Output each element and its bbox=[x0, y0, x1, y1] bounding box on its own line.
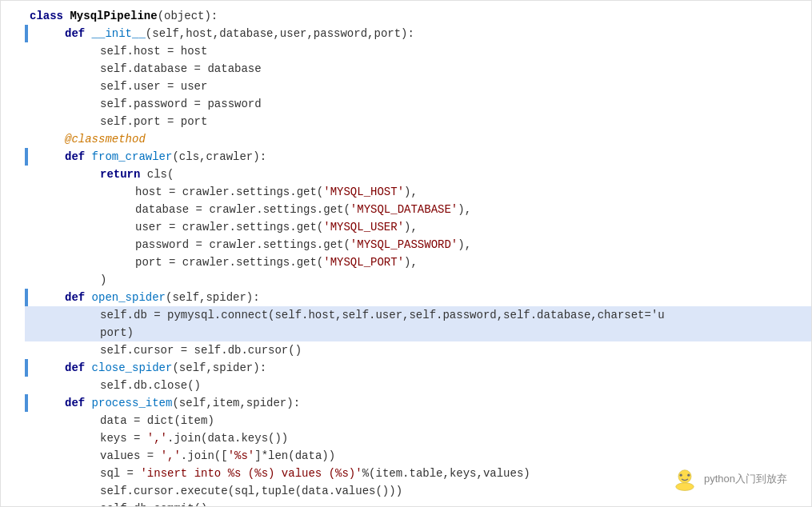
code-token: (self,host,database,user,password,port): bbox=[146, 27, 414, 40]
code-text: def __init__(self,host,database,user,pas… bbox=[25, 25, 414, 42]
code-token: self.password = password bbox=[100, 98, 262, 110]
code-token: self.port = port bbox=[100, 115, 207, 128]
code-text: self.db = pymysql.connect(self.host,self… bbox=[25, 306, 665, 324]
code-token: self.user = user bbox=[100, 80, 207, 93]
code-text: def close_spider(self,spider): bbox=[25, 359, 266, 377]
code-text: data = dict(item) bbox=[25, 412, 214, 429]
code-token: 'MYSQL_DATABASE' bbox=[350, 203, 458, 216]
code-token: process_item bbox=[92, 397, 173, 409]
code-token: ) bbox=[100, 273, 106, 286]
code-token: @classmethod bbox=[65, 133, 146, 146]
code-line: def from_crawler(cls,crawler): bbox=[25, 148, 811, 166]
code-token: 'insert into %s (%s) values (%s)' bbox=[140, 467, 362, 480]
code-token: user = crawler.settings.get( bbox=[135, 221, 323, 234]
code-text: def open_spider(self,spider): bbox=[25, 289, 260, 306]
code-line: self.cursor = self.db.cursor() bbox=[25, 341, 811, 359]
code-text: port = crawler.settings.get('MYSQL_PORT'… bbox=[25, 254, 418, 271]
code-text: database = crawler.settings.get('MYSQL_D… bbox=[25, 201, 471, 218]
code-line: @classmethod bbox=[25, 130, 811, 148]
svg-point-2 bbox=[680, 474, 682, 477]
line-bar bbox=[25, 359, 28, 377]
code-token: self.db.commit() bbox=[100, 502, 207, 507]
code-token: __init__ bbox=[92, 27, 146, 40]
code-line: self.password = password bbox=[25, 95, 811, 113]
code-token: %(item.table,keys,values) bbox=[362, 467, 530, 480]
code-token: database = crawler.settings.get( bbox=[135, 203, 350, 216]
code-line: data = dict(item) bbox=[25, 412, 811, 429]
code-line: port = crawler.settings.get('MYSQL_PORT'… bbox=[25, 254, 811, 271]
code-token: sql = bbox=[100, 467, 140, 480]
code-line: port) bbox=[25, 324, 811, 341]
code-token: MysqlPipeline bbox=[70, 10, 157, 22]
code-line: database = crawler.settings.get('MYSQL_D… bbox=[25, 201, 811, 218]
code-token: def bbox=[65, 361, 92, 374]
code-token: 'MYSQL_PORT' bbox=[323, 256, 404, 269]
code-token: 'MYSQL_PASSWORD' bbox=[350, 238, 458, 251]
code-text: sql = 'insert into %s (%s) values (%s)'%… bbox=[25, 465, 530, 482]
svg-point-3 bbox=[687, 474, 690, 477]
code-token: (self,item,spider): bbox=[172, 397, 300, 409]
code-token: password = crawler.settings.get( bbox=[135, 238, 350, 251]
line-bar bbox=[25, 394, 28, 412]
code-line: user = crawler.settings.get('MYSQL_USER'… bbox=[25, 218, 811, 236]
code-token: self.host = host bbox=[100, 45, 207, 58]
code-text: self.port = port bbox=[25, 113, 207, 130]
line-bar bbox=[25, 148, 28, 166]
code-text: class MysqlPipeline(object): bbox=[25, 7, 218, 25]
code-line: self.db.close() bbox=[25, 377, 811, 394]
code-token: self.cursor.execute(sql,tuple(data.value… bbox=[100, 485, 402, 497]
code-token: def bbox=[65, 150, 92, 163]
code-line: values = ','.join(['%s']*len(data)) bbox=[25, 447, 811, 465]
code-text: self.password = password bbox=[25, 95, 262, 113]
code-text: user = crawler.settings.get('MYSQL_USER'… bbox=[25, 218, 418, 236]
code-line: host = crawler.settings.get('MYSQL_HOST'… bbox=[25, 183, 811, 201]
code-text: self.host = host bbox=[25, 42, 207, 60]
code-token: ]*len(data)) bbox=[254, 449, 335, 462]
code-line: self.db.commit() bbox=[25, 500, 811, 507]
code-line: self.port = port bbox=[25, 113, 811, 130]
code-token: data = dict(item) bbox=[100, 414, 214, 427]
code-text: self.cursor = self.db.cursor() bbox=[25, 341, 302, 359]
code-text: return cls( bbox=[25, 166, 174, 183]
code-text: host = crawler.settings.get('MYSQL_HOST'… bbox=[25, 183, 418, 201]
code-token: def bbox=[65, 291, 92, 304]
code-token: self.db.close() bbox=[100, 379, 201, 392]
code-text: values = ','.join(['%s']*len(data)) bbox=[25, 447, 335, 465]
code-text: self.database = database bbox=[25, 60, 262, 78]
code-text: def process_item(self,item,spider): bbox=[25, 394, 300, 412]
code-token: from_crawler bbox=[92, 150, 173, 163]
svg-point-1 bbox=[676, 483, 694, 491]
code-block: class MysqlPipeline(object):def __init__… bbox=[1, 7, 811, 507]
code-text: @classmethod bbox=[25, 130, 146, 148]
watermark-icon bbox=[672, 466, 698, 492]
code-token: (object): bbox=[158, 10, 218, 22]
code-token: .join([ bbox=[181, 449, 228, 462]
code-token: (self,spider): bbox=[166, 291, 260, 304]
code-line: password = crawler.settings.get('MYSQL_P… bbox=[25, 236, 811, 254]
code-token: 'MYSQL_HOST' bbox=[323, 186, 404, 198]
watermark: python入门到放弃 bbox=[672, 466, 787, 492]
code-token: keys = bbox=[100, 432, 147, 445]
code-token: close_spider bbox=[92, 361, 173, 374]
code-token: ), bbox=[404, 256, 418, 269]
code-token: 'MYSQL_USER' bbox=[323, 221, 404, 234]
code-text: keys = ','.join(data.keys()) bbox=[25, 429, 288, 447]
code-token: return bbox=[100, 168, 147, 181]
code-token: (cls,crawler): bbox=[172, 150, 266, 163]
code-token: self.db = pymysql.connect(self.host,self… bbox=[100, 309, 665, 321]
code-token: def bbox=[65, 397, 92, 409]
code-token: values = bbox=[100, 449, 161, 462]
code-token: port = crawler.settings.get( bbox=[135, 256, 323, 269]
code-line: keys = ','.join(data.keys()) bbox=[25, 429, 811, 447]
code-token: self.database = database bbox=[100, 62, 262, 75]
code-text: self.user = user bbox=[25, 78, 207, 95]
code-token: open_spider bbox=[92, 291, 166, 304]
code-token: self.cursor = self.db.cursor() bbox=[100, 344, 302, 357]
code-token: ), bbox=[458, 203, 471, 216]
code-token: ',' bbox=[147, 432, 167, 445]
code-line: def process_item(self,item,spider): bbox=[25, 394, 811, 412]
code-text: self.cursor.execute(sql,tuple(data.value… bbox=[25, 482, 402, 500]
code-line: def open_spider(self,spider): bbox=[25, 289, 811, 306]
code-text: self.db.commit() bbox=[25, 500, 207, 507]
code-text: ) bbox=[25, 271, 106, 289]
